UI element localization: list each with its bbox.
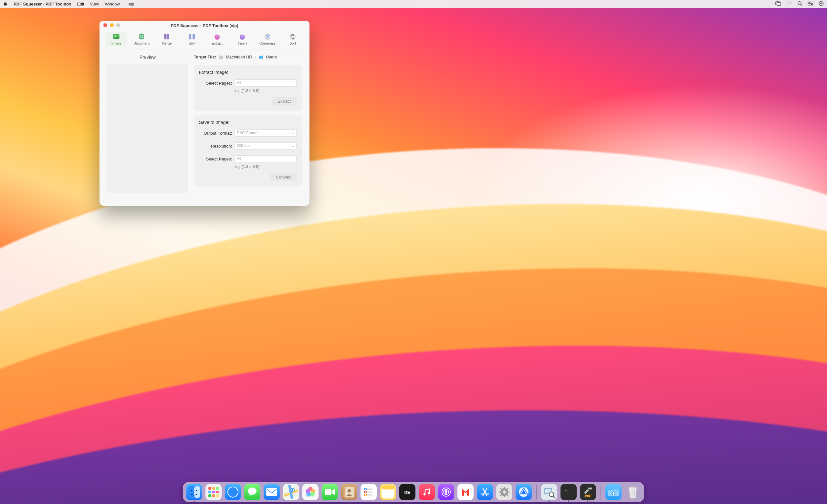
toolbar-tab-split[interactable]: Split: [182, 32, 202, 47]
menu-help[interactable]: Help: [126, 2, 134, 6]
toolbar-tab-encrypt[interactable]: Encrypt: [307, 32, 309, 47]
dock-safari[interactable]: [225, 484, 241, 500]
dock-music[interactable]: [419, 484, 435, 500]
window-zoom-button[interactable]: [116, 23, 120, 27]
output-format-select[interactable]: PNG Format ⌄: [235, 130, 297, 137]
toolbar-label: Split: [188, 41, 195, 45]
svg-line-85: [553, 496, 555, 498]
dock-preview-app[interactable]: [541, 484, 557, 500]
tv-icon: tv: [404, 490, 410, 495]
select-pages-label: Select Pages:: [199, 81, 232, 86]
breadcrumb-item[interactable]: Users: [266, 55, 277, 59]
window-title: PDF Squeezer - PDF Toolbox (vip): [171, 23, 238, 28]
resolution-select[interactable]: 200 dpi ⌄: [235, 142, 297, 150]
convert-button[interactable]: Convert: [270, 173, 297, 182]
target-file-label: Target File:: [194, 55, 216, 59]
preview-icon: [543, 486, 556, 499]
art-icon: [518, 486, 530, 498]
breadcrumb-item[interactable]: Macintosh HD: [226, 55, 252, 59]
gear-icon: [498, 486, 510, 498]
dock-appstore[interactable]: [477, 484, 493, 500]
dock-separator: [600, 485, 601, 500]
toolbar-label: Compress: [259, 41, 276, 45]
dock-launchpad[interactable]: [205, 484, 222, 500]
spotlight-icon[interactable]: [797, 1, 802, 7]
pdf-badge: PDF: [584, 494, 592, 498]
chevron-updown-icon: ⌄: [292, 132, 294, 135]
svg-rect-19: [193, 34, 195, 39]
toolbar-label: Insert: [238, 41, 247, 45]
svg-point-24: [290, 34, 295, 39]
photos-icon: [304, 486, 317, 499]
dock-tv[interactable]: tv: [399, 484, 416, 500]
toolbar-tab-compress[interactable]: Compress: [257, 32, 278, 47]
svg-text:>_: >_: [565, 489, 569, 492]
compress-icon: [263, 33, 271, 41]
svg-line-4: [801, 4, 802, 6]
select-value: 200 dpi: [237, 144, 249, 148]
dock-downloads[interactable]: [605, 484, 622, 500]
target-file-row: Target File: Macintosh HD › Users: [194, 55, 302, 59]
svg-rect-45: [325, 489, 332, 495]
do-not-disturb-icon[interactable]: [819, 1, 824, 7]
sort-icon: [289, 33, 297, 41]
preview-dropzone[interactable]: [107, 64, 188, 193]
maps-icon: [284, 485, 298, 499]
stage-manager-icon[interactable]: [775, 1, 781, 7]
svg-rect-15: [164, 34, 166, 39]
toolbar-tab-merge[interactable]: Merge: [156, 32, 177, 47]
image-icon: [112, 33, 120, 41]
menu-window[interactable]: Window: [105, 2, 120, 6]
control-center-icon[interactable]: [808, 2, 814, 6]
titlebar[interactable]: PDF Squeezer - PDF Toolbox (vip): [99, 21, 309, 30]
toolbar-tab-document[interactable]: Document: [131, 32, 152, 47]
hammer-icon: [583, 487, 593, 494]
menubar-appname[interactable]: PDF Squeezer - PDF Toolbox: [13, 2, 71, 6]
dock-photos[interactable]: [302, 484, 319, 500]
window-minimize-button[interactable]: [110, 23, 114, 27]
svg-point-66: [445, 490, 447, 492]
dock-reminders[interactable]: [360, 484, 377, 500]
dock-pdf-squeezer[interactable]: PDF: [580, 484, 596, 500]
dock-news[interactable]: [457, 484, 474, 500]
svg-point-49: [348, 489, 351, 492]
toolbar-label: Image: [111, 41, 121, 45]
svg-rect-16: [166, 34, 167, 39]
dock-art-app[interactable]: [516, 484, 532, 500]
output-format-label: Output Format:: [199, 131, 232, 136]
window-close-button[interactable]: [103, 23, 107, 27]
dock-messages[interactable]: [244, 484, 260, 500]
messages-icon: [247, 487, 258, 498]
dock-system-preferences[interactable]: [496, 484, 513, 500]
news-icon: [461, 487, 470, 497]
dock-facetime[interactable]: [322, 484, 338, 500]
dock-contacts[interactable]: [341, 484, 357, 500]
menu-edit[interactable]: Edit: [77, 2, 84, 6]
dock-terminal[interactable]: >_: [561, 484, 577, 500]
svg-point-62: [424, 493, 426, 496]
toolbar-tab-insert[interactable]: Insert: [232, 32, 253, 47]
svg-point-63: [428, 492, 430, 495]
safari-icon: [227, 486, 239, 499]
dock-trash[interactable]: [625, 484, 641, 500]
toolbar-tab-extract[interactable]: Extract: [207, 32, 228, 47]
select-pages-input[interactable]: All: [235, 80, 297, 87]
breadcrumb-separator-icon: ›: [255, 55, 256, 59]
svg-point-2: [789, 4, 790, 5]
wifi-icon[interactable]: [786, 1, 792, 7]
apple-menu[interactable]: [3, 1, 8, 7]
save-select-pages-input[interactable]: All: [235, 155, 297, 162]
menu-view[interactable]: View: [90, 2, 99, 6]
extract-button[interactable]: Extract: [272, 97, 297, 106]
podcasts-icon: [441, 487, 452, 498]
toolbar-label: Merge: [161, 41, 172, 45]
dock-podcasts[interactable]: [438, 484, 454, 500]
dock-mail[interactable]: [263, 484, 280, 500]
toolbar-tab-sort[interactable]: Sort: [282, 32, 303, 47]
dock-maps[interactable]: [283, 484, 299, 500]
extract-image-panel: Extract Image: Select Pages: All e.g.(1,…: [194, 65, 302, 111]
trash-icon: [626, 485, 639, 499]
dock-notes[interactable]: [380, 484, 396, 500]
dock-finder[interactable]: [186, 484, 202, 500]
toolbar-tab-image[interactable]: Image: [106, 32, 127, 47]
